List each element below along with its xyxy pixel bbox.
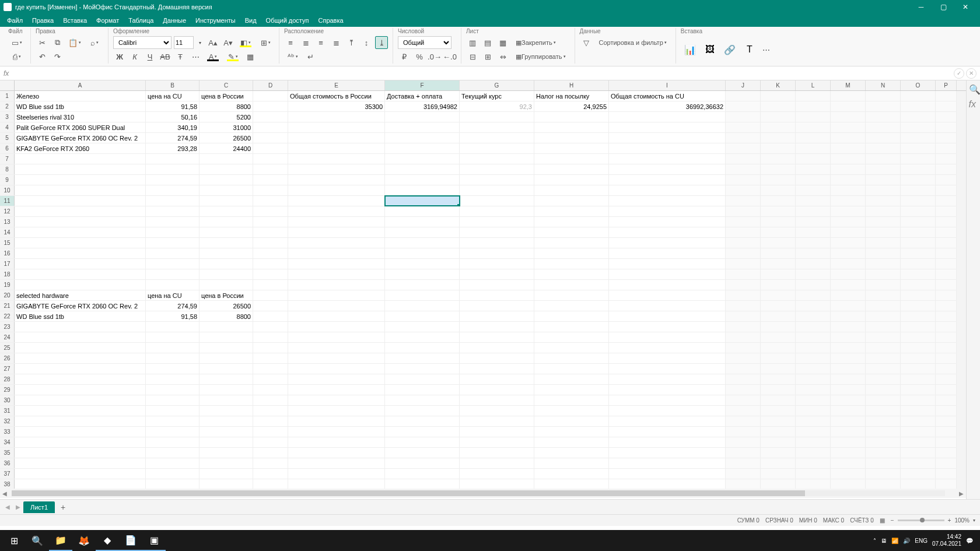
cell[interactable] xyxy=(253,259,288,269)
app2-button[interactable]: 📄 xyxy=(119,530,142,551)
cell[interactable] xyxy=(146,343,200,353)
cell[interactable] xyxy=(831,458,866,468)
cell[interactable] xyxy=(253,101,288,111)
col-header-M[interactable]: M xyxy=(831,80,866,90)
cell[interactable] xyxy=(288,437,385,447)
row-header[interactable]: 36 xyxy=(0,458,15,468)
cell[interactable] xyxy=(936,269,957,279)
cell[interactable] xyxy=(831,406,866,416)
col-header-B[interactable]: B xyxy=(146,80,200,90)
cell[interactable] xyxy=(534,301,609,311)
row-header[interactable]: 12 xyxy=(0,206,15,216)
cell[interactable] xyxy=(866,311,901,321)
cell[interactable]: 91,58 xyxy=(146,101,200,111)
cell[interactable] xyxy=(146,248,200,258)
cell[interactable] xyxy=(726,185,761,195)
next-sheet-button[interactable]: ▶ xyxy=(13,502,23,513)
cell[interactable] xyxy=(253,343,288,353)
cell[interactable] xyxy=(609,469,726,479)
cell[interactable] xyxy=(761,154,796,164)
cell[interactable] xyxy=(901,374,936,384)
row-header[interactable]: 24 xyxy=(0,332,15,342)
col-header-K[interactable]: K xyxy=(761,80,796,90)
cell[interactable] xyxy=(15,175,146,185)
cell[interactable] xyxy=(385,122,460,132)
cell[interactable] xyxy=(796,122,831,132)
cell[interactable] xyxy=(936,458,957,468)
cell[interactable] xyxy=(385,269,460,279)
cell[interactable] xyxy=(609,374,726,384)
cell[interactable] xyxy=(866,227,901,237)
cell[interactable] xyxy=(385,469,460,479)
cell[interactable] xyxy=(936,343,957,353)
cell[interactable] xyxy=(253,91,288,101)
cell[interactable] xyxy=(761,101,796,111)
cell[interactable] xyxy=(831,238,866,248)
cell[interactable] xyxy=(200,458,253,468)
scroll-left-button[interactable]: ◀ xyxy=(0,490,9,497)
cell[interactable] xyxy=(831,112,866,122)
cell[interactable] xyxy=(866,175,901,185)
row-header[interactable]: 20 xyxy=(0,290,15,300)
cell[interactable] xyxy=(901,343,936,353)
cell[interactable] xyxy=(288,364,385,374)
cell[interactable] xyxy=(200,416,253,426)
cell[interactable] xyxy=(15,269,146,279)
cell[interactable] xyxy=(534,458,609,468)
row-header[interactable]: 30 xyxy=(0,395,15,405)
cell[interactable] xyxy=(901,364,936,374)
cell[interactable] xyxy=(253,311,288,321)
cell[interactable] xyxy=(534,112,609,122)
cell[interactable] xyxy=(534,311,609,321)
menu-file[interactable]: Файл xyxy=(2,15,27,26)
cell[interactable] xyxy=(726,164,761,174)
cell[interactable] xyxy=(726,469,761,479)
cell[interactable] xyxy=(253,353,288,363)
row-header[interactable]: 1 xyxy=(0,91,15,101)
cell[interactable] xyxy=(385,185,460,195)
cell[interactable] xyxy=(796,154,831,164)
cell[interactable] xyxy=(200,206,253,216)
cell[interactable] xyxy=(385,164,460,174)
cell[interactable] xyxy=(288,133,385,143)
cell[interactable] xyxy=(15,185,146,195)
cell[interactable] xyxy=(609,112,726,122)
cell[interactable] xyxy=(936,101,957,111)
zoom-slider[interactable] xyxy=(898,520,944,521)
cell[interactable] xyxy=(726,385,761,395)
cell[interactable] xyxy=(200,448,253,458)
cell[interactable] xyxy=(761,458,796,468)
cell[interactable] xyxy=(460,385,534,395)
cell[interactable] xyxy=(385,259,460,269)
cell[interactable] xyxy=(866,416,901,426)
row-header[interactable]: 25 xyxy=(0,343,15,353)
cell[interactable] xyxy=(796,164,831,174)
cell[interactable] xyxy=(936,206,957,216)
cell[interactable] xyxy=(831,385,866,395)
cell[interactable] xyxy=(609,416,726,426)
cell[interactable] xyxy=(866,458,901,468)
cell[interactable] xyxy=(385,175,460,185)
cell[interactable] xyxy=(866,101,901,111)
cell[interactable]: Steelseries rival 310 xyxy=(15,112,146,122)
cell[interactable]: 26500 xyxy=(200,133,253,143)
cell[interactable] xyxy=(831,374,866,384)
cell[interactable] xyxy=(761,122,796,132)
cell[interactable] xyxy=(796,311,831,321)
copy-button[interactable]: ⧉ xyxy=(51,36,64,49)
cell[interactable] xyxy=(609,269,726,279)
cell[interactable] xyxy=(288,332,385,342)
cell[interactable] xyxy=(385,196,460,206)
cell[interactable] xyxy=(796,175,831,185)
cell[interactable] xyxy=(831,343,866,353)
cell[interactable] xyxy=(534,196,609,206)
cell[interactable] xyxy=(253,185,288,195)
cell[interactable]: 26500 xyxy=(200,301,253,311)
new-doc-button[interactable]: ▭▾ xyxy=(8,36,26,49)
row-header[interactable]: 32 xyxy=(0,416,15,426)
cell[interactable] xyxy=(253,416,288,426)
cell[interactable] xyxy=(146,437,200,447)
cell[interactable] xyxy=(796,112,831,122)
cell[interactable] xyxy=(460,280,534,290)
cell[interactable]: 5200 xyxy=(200,112,253,122)
